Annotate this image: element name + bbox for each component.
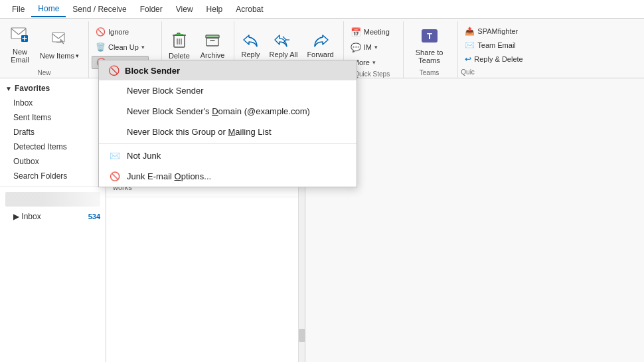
inbox-count-badge: 534 bbox=[88, 213, 100, 221]
new-group-label: New bbox=[5, 68, 83, 76]
team-email-button[interactable]: ✉️ Team Email bbox=[461, 39, 519, 51]
cleanup-icon: 🗑️ bbox=[96, 43, 106, 52]
sidebar-drafts[interactable]: Drafts bbox=[0, 125, 106, 139]
reply-delete-button[interactable]: ↩ Reply & Delete bbox=[461, 53, 526, 65]
share-to-teams-label: Share to Teams bbox=[416, 48, 443, 64]
sidebar: ▼ Favorites Inbox Sent Items Drafts Dete… bbox=[0, 78, 106, 362]
meeting-icon: 📅 bbox=[351, 27, 361, 37]
new-buttons-row: New Email New Items ▾ bbox=[5, 23, 83, 68]
sidebar-search-folders[interactable]: Search Folders bbox=[0, 169, 106, 183]
favorites-header[interactable]: ▼ Favorites bbox=[0, 81, 106, 96]
more-chevron: ▾ bbox=[372, 59, 376, 66]
im-icon: 💬 bbox=[351, 43, 361, 52]
team-email-icon: ✉️ bbox=[465, 41, 475, 50]
menu-acrobat[interactable]: Acrobat bbox=[229, 2, 270, 17]
share-to-teams-button[interactable]: T Share to Teams bbox=[412, 24, 447, 67]
svg-text:T: T bbox=[427, 31, 432, 41]
spamfighter-icon: 📤 bbox=[465, 27, 475, 36]
spamfighter-button[interactable]: 📤 SPAMfighter bbox=[461, 25, 522, 37]
never-block-domain-item[interactable]: Never Block Sender's Domain (@example.co… bbox=[99, 101, 357, 122]
svg-rect-9 bbox=[206, 38, 218, 46]
sidebar-outbox[interactable]: Outbox bbox=[0, 154, 106, 169]
new-group-col: New Email New Items ▾ bbox=[5, 23, 83, 68]
new-items-button[interactable]: New Items ▾ bbox=[36, 23, 83, 68]
svg-rect-7 bbox=[175, 34, 183, 35]
new-email-label: New Email bbox=[11, 48, 29, 64]
junk-dropdown: 🚫 Block Sender Never Block Sender Never … bbox=[98, 60, 357, 187]
cleanup-button[interactable]: 🗑️ Clean Up ▾ bbox=[92, 41, 149, 54]
sidebar-sent-items[interactable]: Sent Items bbox=[0, 110, 106, 125]
block-sender-icon: 🚫 bbox=[108, 65, 120, 76]
menu-view[interactable]: View bbox=[169, 2, 200, 17]
menu-bar: File Home Send / Receive Folder View Hel… bbox=[0, 0, 644, 19]
reply-icon bbox=[242, 33, 260, 48]
block-sender-item[interactable]: 🚫 Block Sender bbox=[99, 60, 357, 80]
ribbon-group-quick: 📤 SPAMfighter ✉️ Team Email ↩ Reply & De… bbox=[458, 21, 529, 78]
not-junk-item[interactable]: ✉️ Not Junk bbox=[99, 145, 357, 166]
forward-icon bbox=[312, 33, 329, 48]
ribbon-group-teams: T Share to Teams Teams bbox=[404, 21, 459, 78]
favorites-chevron: ▼ bbox=[5, 85, 12, 92]
meeting-button[interactable]: 📅 Meeting bbox=[347, 25, 394, 39]
new-email-icon bbox=[11, 27, 29, 46]
new-items-icon bbox=[51, 31, 67, 50]
teams-icon: T bbox=[419, 27, 440, 46]
inbox-account-label: ▶ Inbox bbox=[13, 212, 41, 221]
im-button[interactable]: 💬 IM ▾ bbox=[347, 41, 394, 54]
new-items-label: New Items ▾ bbox=[40, 52, 79, 60]
im-chevron: ▾ bbox=[374, 44, 378, 50]
archive-icon bbox=[204, 32, 220, 49]
svg-rect-2 bbox=[52, 33, 64, 42]
reply-delete-icon: ↩ bbox=[465, 54, 471, 64]
new-email-button[interactable]: New Email bbox=[5, 23, 35, 68]
junk-options-item[interactable]: 🚫 Junk E-mail Options... bbox=[99, 166, 357, 187]
menu-help[interactable]: Help bbox=[200, 2, 230, 17]
not-junk-icon: ✉️ bbox=[110, 151, 121, 161]
sidebar-divider bbox=[0, 186, 106, 187]
menu-file[interactable]: File bbox=[5, 2, 31, 17]
ignore-icon: 🚫 bbox=[96, 27, 106, 37]
menu-send-receive[interactable]: Send / Receive bbox=[66, 2, 133, 17]
sidebar-deleted[interactable]: Detected Items bbox=[0, 139, 106, 154]
teams-label: Teams bbox=[406, 68, 453, 76]
quick-label: Quic bbox=[461, 67, 526, 76]
menu-folder[interactable]: Folder bbox=[133, 2, 169, 17]
ignore-button[interactable]: 🚫 Ignore bbox=[92, 25, 149, 39]
teams-area: T Share to Teams bbox=[406, 23, 453, 68]
ribbon-group-new: New Email New Items ▾ New bbox=[3, 21, 89, 78]
sidebar-blurred-account bbox=[5, 192, 100, 207]
sidebar-inbox-account[interactable]: ▶ Inbox 534 bbox=[0, 209, 106, 224]
never-block-group-item[interactable]: Never Block this Group or Mailing List bbox=[99, 122, 357, 142]
junk-options-icon: 🚫 bbox=[110, 171, 121, 181]
delete-icon bbox=[172, 31, 187, 50]
dropdown-divider-1 bbox=[99, 143, 357, 144]
menu-home[interactable]: Home bbox=[31, 1, 66, 17]
cleanup-chevron: ▾ bbox=[141, 44, 145, 50]
scrollbar-thumb-small[interactable] bbox=[299, 329, 305, 342]
sidebar-inbox[interactable]: Inbox bbox=[0, 96, 106, 110]
never-block-sender-item[interactable]: Never Block Sender bbox=[99, 80, 357, 101]
svg-rect-10 bbox=[206, 35, 218, 37]
reply-all-icon bbox=[274, 33, 293, 48]
